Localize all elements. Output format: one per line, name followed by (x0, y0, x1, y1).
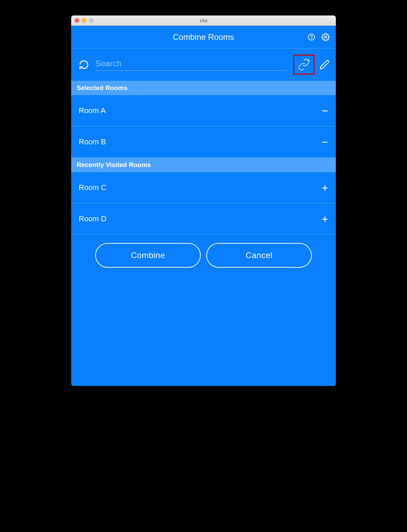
room-name: Room C (79, 183, 107, 192)
window-title: Vivi (71, 18, 336, 23)
recent-room-row[interactable]: Room D + (71, 203, 336, 235)
action-buttons: Combine Cancel (71, 235, 336, 276)
room-name: Room B (79, 137, 106, 146)
remove-room-icon[interactable]: − (321, 136, 328, 148)
app-header: Combine Rooms (71, 26, 336, 48)
titlebar: Vivi (71, 15, 336, 26)
selected-room-row[interactable]: Room B − (71, 126, 336, 158)
svg-point-1 (311, 38, 312, 39)
link-add-icon[interactable] (298, 58, 310, 71)
add-room-icon[interactable]: + (321, 213, 328, 225)
room-name: Room A (79, 106, 106, 115)
refresh-icon[interactable] (79, 59, 89, 70)
search-input[interactable] (95, 59, 287, 68)
app-window: Vivi Combine Rooms (71, 15, 336, 386)
selected-rooms-header: Selected Rooms (71, 81, 336, 95)
app-body: Combine Rooms (71, 26, 336, 386)
page-title: Combine Rooms (173, 32, 234, 42)
search-input-container (95, 59, 287, 71)
combine-button[interactable]: Combine (95, 243, 201, 268)
remove-room-icon[interactable]: − (321, 105, 328, 117)
recent-room-row[interactable]: Room C + (71, 172, 336, 203)
edit-icon[interactable] (319, 59, 330, 70)
selected-room-row[interactable]: Room A − (71, 95, 336, 126)
recent-rooms-header: Recently Visited Rooms (71, 158, 336, 172)
cancel-button[interactable]: Cancel (206, 243, 312, 268)
search-actions (293, 55, 330, 75)
settings-icon[interactable] (321, 33, 330, 41)
header-actions (308, 33, 330, 41)
search-row (71, 48, 336, 81)
link-add-highlight (293, 55, 315, 75)
room-name: Room D (79, 214, 107, 223)
add-room-icon[interactable]: + (321, 182, 328, 193)
help-icon[interactable] (308, 33, 315, 41)
svg-point-2 (324, 36, 327, 38)
